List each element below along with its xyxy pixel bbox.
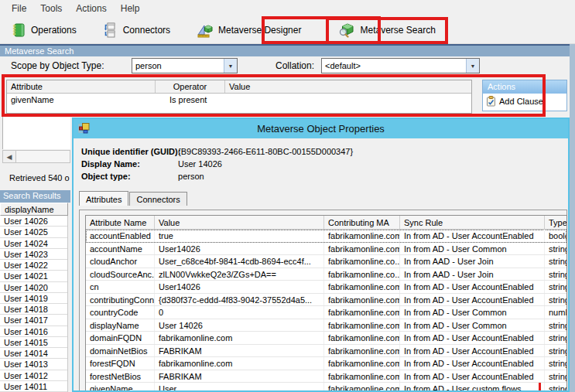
tab-connectors[interactable]: Connectors [129, 192, 187, 206]
dialog-body: Unique identifier (GUID): {B9C89393-2466… [74, 138, 568, 390]
clause-col-attribute[interactable]: Attribute [7, 80, 156, 93]
cell-contributing-ma: fabrikamonline.co... [324, 255, 400, 268]
search-result-item[interactable]: User 14011 [0, 381, 67, 392]
chevron-down-icon[interactable]: ▼ [466, 59, 479, 73]
search-result-item[interactable]: User 14017 [0, 315, 67, 326]
cell-type: string [545, 294, 566, 306]
search-result-item[interactable]: User 14024 [0, 238, 67, 249]
property-label: Unique identifier (GUID): [81, 146, 176, 158]
search-result-item[interactable]: User 14022 [0, 260, 67, 271]
cell-sync-rule: In from AD - User AccountEnabled [400, 357, 545, 370]
object-type-value: person [132, 61, 224, 70]
cell-type: string [545, 370, 566, 383]
attribute-row[interactable]: cloudSourceAnc... zlLN00VwkkeQ2e3/ZGs+DA… [86, 268, 566, 281]
cell-sync-rule: In from AD - User Common [400, 319, 545, 332]
cell-contributing-ma: fabrikamonline.com [324, 370, 400, 383]
cell-value: {d380f37c-eddd-4f83-9042-37552d4a5... [155, 294, 324, 306]
col-value[interactable]: Value [155, 216, 324, 229]
right-edge-panel [570, 44, 575, 392]
cell-attribute-name: forestFQDN [86, 357, 155, 370]
collation-dropdown[interactable]: <default> ▼ [321, 58, 480, 73]
menu-item[interactable]: Actions [69, 1, 113, 16]
form-window-icon [78, 122, 91, 135]
cell-contributing-ma: fabrikamonline.com [324, 383, 400, 392]
metaverse-search-icon [338, 22, 355, 38]
attribute-row[interactable]: givenName User fabrikamonline.com In fro… [86, 383, 566, 392]
cell-type: string [545, 281, 566, 293]
property-row: Display Name: User 14026 [81, 159, 568, 171]
search-scope-row: Scope by Object Type: person ▼ Collation… [0, 56, 575, 75]
property-value: person [178, 172, 204, 181]
attribute-row[interactable]: countryCode 0 fabrikamonline.com In from… [86, 306, 566, 319]
cell-sync-rule: In from AAD - User Join [400, 255, 545, 268]
clause-row-givenname[interactable]: givenName Is present [7, 94, 471, 107]
attributes-grid: Attribute Name Value Contributing MA Syn… [85, 215, 567, 392]
menu-item[interactable]: Tools [33, 1, 69, 16]
add-clause-icon [486, 96, 496, 107]
clause-col-operator[interactable]: Operator [156, 80, 225, 93]
connectors-button[interactable]: Connectors [98, 19, 175, 41]
search-result-item[interactable]: User 14018 [0, 304, 67, 315]
clause-table-header: Attribute Operator Value [7, 80, 471, 94]
search-result-item[interactable]: User 14020 [0, 282, 67, 293]
object-properties: Unique identifier (GUID): {B9C89393-2466… [74, 138, 568, 183]
operations-icon [11, 22, 26, 38]
search-result-item[interactable]: User 14021 [0, 271, 67, 281]
cell-sync-rule: In from AD - User AccountEnabled [400, 230, 545, 242]
col-sync-rule[interactable]: Sync Rule [400, 216, 545, 229]
sync-service-manager-window: FileToolsActionsHelp Operations [0, 0, 575, 392]
operations-button[interactable]: Operations [6, 19, 81, 41]
cell-value: User [155, 383, 324, 392]
clause-col-value[interactable]: Value [225, 80, 471, 93]
search-result-item[interactable]: User 14025 [0, 227, 67, 237]
tab-attributes[interactable]: Attributes [79, 191, 128, 206]
col-contributing-ma[interactable]: Contributing MA [324, 216, 400, 229]
chevron-down-icon[interactable]: ▼ [224, 59, 237, 73]
cell-value: User14026 [155, 243, 324, 255]
search-result-item[interactable]: User 14016 [0, 326, 67, 337]
menu-item[interactable]: File [5, 1, 33, 16]
object-type-dropdown[interactable]: person ▼ [132, 58, 238, 73]
cell-contributing-ma: fabrikamonline.com [324, 230, 400, 242]
attribute-row[interactable]: domainNetBios FABRIKAM fabrikamonline.co… [86, 345, 566, 358]
metaverse-search-button[interactable]: Metaverse Search [334, 19, 440, 41]
cell-contributing-ma: fabrikamonline.com [324, 306, 400, 319]
attribute-row[interactable]: accountName User14026 fabrikamonline.com… [86, 243, 566, 256]
cell-type: string [545, 319, 566, 332]
menu-item[interactable]: Help [114, 1, 147, 16]
metaverse-designer-button[interactable]: Metaverse Designer [192, 19, 306, 41]
attribute-row[interactable]: domainFQDN fabrikamonline.com fabrikamon… [86, 332, 566, 345]
attribute-row[interactable]: forestNetBios FABRIKAM fabrikamonline.co… [86, 370, 566, 383]
attribute-row[interactable]: cloudAnchor User_c68ce4bf-9841-4cdb-8694… [86, 255, 566, 268]
connectors-icon [103, 22, 118, 38]
search-result-item[interactable]: User 14014 [0, 348, 67, 359]
cell-value: FABRIKAM [155, 370, 324, 383]
property-label: Object type: [81, 171, 176, 182]
cell-type: string [545, 357, 566, 370]
cell-attribute-name: domainNetBios [86, 345, 155, 357]
search-result-item[interactable]: User 14012 [0, 370, 67, 381]
collation-label: Collation: [276, 60, 314, 71]
cell-type: string [545, 345, 566, 357]
attribute-row[interactable]: accountEnabled true fabrikamonline.com I… [86, 230, 566, 243]
attribute-row[interactable]: contributingConn... {d380f37c-eddd-4f83-… [86, 294, 566, 307]
search-result-item[interactable]: User 14019 [0, 293, 67, 304]
attribute-row[interactable]: forestFQDN fabrikamonline.com fabrikamon… [86, 357, 566, 370]
attribute-row[interactable]: displayName User 14026 fabrikamonline.co… [86, 319, 566, 332]
scroll-left-icon[interactable]: ◀ [3, 151, 16, 162]
search-result-item[interactable]: User 14015 [0, 337, 67, 348]
displayname-column-header[interactable]: displayName [0, 203, 68, 216]
add-clause-button[interactable]: Add Clause [483, 94, 566, 107]
col-type[interactable]: Type [545, 216, 566, 229]
cell-value: User 14026 [155, 319, 324, 332]
horizontal-scrollbar[interactable]: ◀ [2, 150, 70, 163]
cell-sync-rule: In from AD - User AccountEnabled [400, 345, 545, 357]
metaverse-search-label: Metaverse Search [360, 25, 435, 36]
search-result-item[interactable]: User 14023 [0, 249, 67, 260]
cell-attribute-name: cn [86, 281, 155, 293]
attribute-row[interactable]: cn User14026 fabrikamonline.com In from … [86, 281, 566, 294]
col-attribute-name[interactable]: Attribute Name [86, 216, 155, 229]
search-result-item[interactable]: User 14026 [0, 216, 67, 227]
search-result-item[interactable]: User 14013 [0, 359, 67, 370]
cell-value: 0 [155, 306, 324, 319]
